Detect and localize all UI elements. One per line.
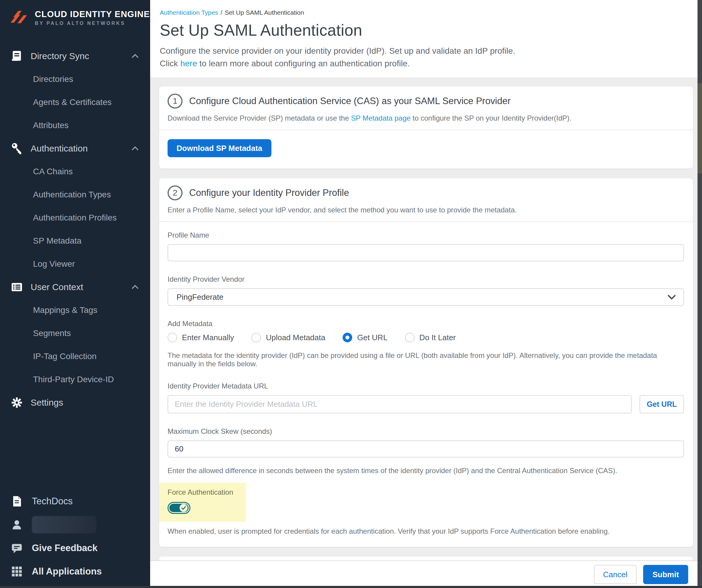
sidebar-bottom: TechDocs Give Feedback <box>0 489 150 588</box>
app-title: CLOUD IDENTITY ENGINE <box>35 9 150 19</box>
step1-card: 1 Configure Cloud Authentication Service… <box>159 87 693 169</box>
idp-vendor-select[interactable]: PingFederate <box>167 288 684 306</box>
add-metadata-helper: The metadata for the identity provider (… <box>167 351 684 368</box>
sidebar-item-techdocs[interactable]: TechDocs <box>0 489 150 513</box>
radio-circle-selected-icon <box>343 333 352 342</box>
list-card-icon <box>10 281 23 294</box>
add-metadata-label: Add Metadata <box>167 319 684 328</box>
clock-skew-group: Maximum Clock Skew (seconds) Enter the a… <box>167 427 684 475</box>
cloud-identity-engine-app: CLOUD IDENTITY ENGINE BY PALO ALTO NETWO… <box>0 0 702 588</box>
clock-skew-label: Maximum Clock Skew (seconds) <box>167 427 684 436</box>
sidebar-item-segments[interactable]: Segments <box>0 322 150 345</box>
user-icon <box>10 518 23 531</box>
sidebar-section-label: Directory Sync <box>31 51 131 61</box>
page-header: Authentication Types / Set Up SAML Authe… <box>150 0 702 78</box>
chat-feedback-icon <box>10 542 23 555</box>
step1-title: Configure Cloud Authentication Service (… <box>189 96 511 107</box>
palo-alto-logo-icon <box>9 8 29 28</box>
breadcrumb-current: Set Up SAML Authentication <box>225 9 304 16</box>
chevron-up-icon <box>131 54 139 58</box>
scrollbar-thumb[interactable] <box>698 84 702 173</box>
sidebar-item-third-party-device-id[interactable]: Third-Party Device-ID <box>0 368 150 391</box>
step2-number-badge: 2 <box>167 185 183 200</box>
sidebar-item-attributes[interactable]: Attributes <box>0 114 150 137</box>
idp-vendor-group: Identity Provider Vendor PingFederate <box>167 275 684 306</box>
breadcrumb-separator: / <box>221 9 223 16</box>
clock-skew-helper: Enter the allowed difference in seconds … <box>167 466 684 475</box>
window-scrollbar[interactable] <box>698 0 702 588</box>
breadcrumb-authentication-types-link[interactable]: Authentication Types <box>160 9 218 16</box>
force-authentication-toggle[interactable] <box>167 502 190 514</box>
sidebar-section-user-context[interactable]: User Context <box>0 275 150 298</box>
download-sp-metadata-button[interactable]: Download SP Metadata <box>167 139 271 157</box>
step2-description: Enter a Profile Name, select your IdP ve… <box>167 206 683 214</box>
sidebar-item-mappings-tags[interactable]: Mappings & Tags <box>0 298 150 322</box>
radio-upload-metadata[interactable]: Upload Metadata <box>251 333 325 342</box>
sidebar-item-authentication-types[interactable]: Authentication Types <box>0 183 150 206</box>
sidebar-section-directory-sync[interactable]: Directory Sync <box>0 44 150 67</box>
window-bottom-edge <box>0 586 702 588</box>
chevron-down-icon <box>667 294 676 300</box>
sp-metadata-page-link[interactable]: SP Metadata page <box>351 114 411 122</box>
cancel-button[interactable]: Cancel <box>594 565 636 584</box>
app-logo: CLOUD IDENTITY ENGINE BY PALO ALTO NETWO… <box>0 0 150 28</box>
step1-number-badge: 1 <box>167 94 183 109</box>
page-description-line2-suffix: to learn more about configuring an authe… <box>197 59 410 68</box>
redacted-username <box>32 516 96 534</box>
key-icon <box>10 142 23 155</box>
sidebar-nav: Directory Sync Directories Agents & Cert… <box>0 44 150 414</box>
sidebar-section-authentication[interactable]: Authentication <box>0 137 150 160</box>
all-applications-label: All Applications <box>32 566 102 577</box>
clock-skew-input[interactable] <box>167 440 684 457</box>
notebook-icon <box>10 49 23 63</box>
radio-get-url[interactable]: Get URL <box>343 333 387 342</box>
learn-more-here-link[interactable]: here <box>180 59 197 68</box>
sidebar-section-label: Settings <box>31 398 139 408</box>
radio-circle-icon <box>405 333 415 342</box>
step2-title: Configure your Identity Provider Profile <box>189 187 349 198</box>
step3-card: 3 Test SAML and Attributes Map your iden… <box>159 557 693 560</box>
sidebar-item-all-applications[interactable]: All Applications <box>0 560 150 583</box>
profile-name-label: Profile Name <box>167 231 684 240</box>
action-footer: Cancel Submit <box>150 560 702 588</box>
force-authentication-highlight: Force Authentication <box>159 483 246 522</box>
radio-do-it-later[interactable]: Do It Later <box>405 333 456 342</box>
sidebar-section-settings[interactable]: Settings <box>0 391 150 414</box>
radio-circle-icon <box>251 333 261 342</box>
profile-name-input[interactable] <box>167 244 684 261</box>
document-icon <box>10 495 23 508</box>
page-description-line2-prefix: Click <box>160 59 180 68</box>
sidebar: CLOUD IDENTITY ENGINE BY PALO ALTO NETWO… <box>0 0 150 588</box>
toggle-check-icon <box>180 504 188 512</box>
sidebar-item-give-feedback[interactable]: Give Feedback <box>0 537 150 560</box>
add-metadata-radio-group: Enter Manually Upload Metadata Get URL <box>167 333 684 342</box>
techdocs-label: TechDocs <box>32 496 73 507</box>
chevron-up-icon <box>131 285 139 289</box>
step1-description: Download the Service Provider (SP) metad… <box>167 114 683 122</box>
sidebar-user-account[interactable] <box>0 513 150 537</box>
submit-button[interactable]: Submit <box>643 565 688 584</box>
sidebar-item-sp-metadata[interactable]: SP Metadata <box>0 229 150 252</box>
metadata-url-input[interactable] <box>167 395 632 413</box>
page-title: Set Up SAML Authentication <box>160 21 690 39</box>
sidebar-item-ca-chains[interactable]: CA Chains <box>0 160 150 183</box>
apps-grid-icon <box>10 565 23 578</box>
add-metadata-group: Add Metadata Enter Manually Upload Metad… <box>167 319 684 368</box>
idp-vendor-selected-value: PingFederate <box>177 293 223 302</box>
radio-circle-icon <box>167 333 177 342</box>
sidebar-item-ip-tag-collection[interactable]: IP-Tag Collection <box>0 345 150 368</box>
metadata-url-group: Identity Provider Metadata URL Get URL <box>167 382 684 413</box>
get-url-button[interactable]: Get URL <box>639 395 684 413</box>
radio-enter-manually[interactable]: Enter Manually <box>167 333 234 342</box>
force-authentication-helper: When enabled, user is prompted for crede… <box>167 527 684 536</box>
page-description: Configure the service provider on your i… <box>160 45 690 70</box>
sidebar-item-authentication-profiles[interactable]: Authentication Profiles <box>0 206 150 229</box>
sidebar-item-directories[interactable]: Directories <box>0 67 150 91</box>
chevron-up-icon <box>131 146 139 151</box>
idp-vendor-label: Identity Provider Vendor <box>167 275 684 284</box>
sidebar-item-log-viewer[interactable]: Log Viewer <box>0 252 150 275</box>
sidebar-item-agents-certificates[interactable]: Agents & Certificates <box>0 91 150 114</box>
breadcrumb: Authentication Types / Set Up SAML Authe… <box>160 9 690 16</box>
page-description-line1: Configure the service provider on your i… <box>160 46 515 55</box>
give-feedback-label: Give Feedback <box>32 543 98 554</box>
